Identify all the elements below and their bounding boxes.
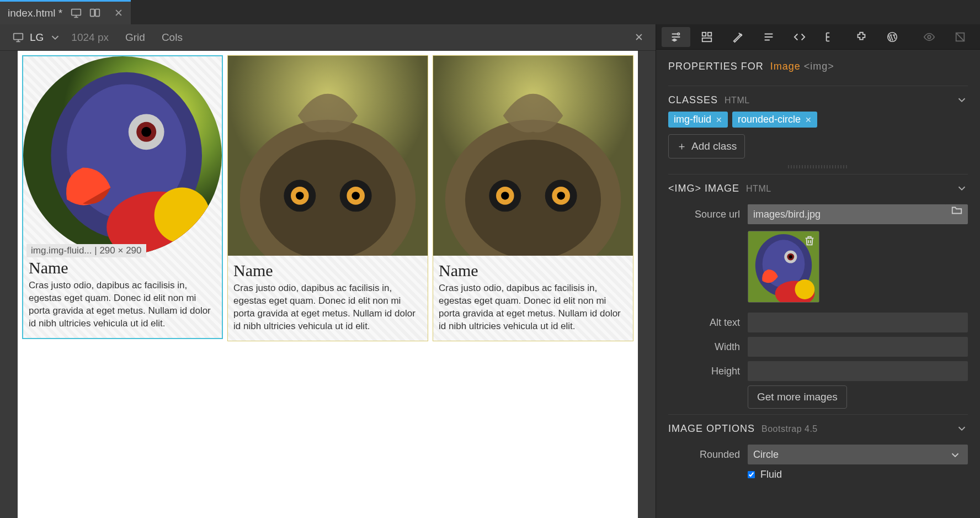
device-icon <box>12 31 24 44</box>
fluid-label: Fluid <box>760 469 782 480</box>
svg-point-43 <box>789 255 792 258</box>
chevron-down-icon <box>49 31 61 44</box>
svg-point-30 <box>678 33 680 35</box>
rounded-select[interactable]: Circle <box>748 445 968 464</box>
rounded-label: Rounded <box>668 449 740 461</box>
src-input[interactable] <box>748 204 946 224</box>
card-heading[interactable]: Name <box>23 255 222 279</box>
card-image[interactable] <box>23 56 222 255</box>
card-body[interactable]: Cras justo odio, dapibus ac facilisis in… <box>433 282 633 341</box>
plus-icon: ＋ <box>677 139 687 154</box>
svg-rect-33 <box>708 32 711 35</box>
height-input[interactable] <box>748 361 968 381</box>
svg-rect-0 <box>72 9 81 15</box>
svg-rect-2 <box>95 9 99 16</box>
svg-point-20 <box>351 192 359 199</box>
get-more-images-button[interactable]: Get more images <box>748 385 847 409</box>
tab-style-icon[interactable] <box>723 27 752 47</box>
src-label: Source url <box>668 209 740 220</box>
device-desktop-icon[interactable] <box>70 7 82 19</box>
svg-point-36 <box>928 35 931 39</box>
panel-resize-grip[interactable] <box>788 165 848 168</box>
add-class-button[interactable]: ＋Add class <box>668 134 745 158</box>
tab-attributes-icon[interactable] <box>754 27 783 47</box>
svg-point-14 <box>260 140 396 256</box>
svg-point-45 <box>795 279 814 299</box>
chevron-down-icon <box>956 182 968 194</box>
class-pills: img-fluid✕ rounded-circle✕ <box>668 112 968 128</box>
canvas[interactable]: img.img-fluid... | 290 × 290 Name Cras j… <box>18 51 638 518</box>
section-classes[interactable]: CLASSES HTML <box>668 86 968 112</box>
svg-point-29 <box>557 192 564 199</box>
card-heading[interactable]: Name <box>433 258 633 282</box>
file-tabs: index.html * ✕ <box>0 0 980 24</box>
svg-rect-32 <box>702 32 706 35</box>
device-split-icon[interactable] <box>89 7 101 19</box>
column-card[interactable]: img.img-fluid... | 290 × 290 Name Cras j… <box>22 55 223 339</box>
chevron-down-icon <box>956 94 968 106</box>
breakpoint-selector[interactable]: LG 1024 px <box>12 31 109 44</box>
column-card[interactable]: Name Cras justo odio, dapibus ac facilis… <box>433 55 633 341</box>
panel-tabs <box>656 24 980 50</box>
card-body[interactable]: Cras justo odio, dapibus ac facilisis in… <box>23 279 222 338</box>
panel-title: PROPERTIES FOR Image <img> <box>668 57 968 80</box>
breakpoint-label: LG <box>30 31 44 44</box>
tab-expand-icon[interactable] <box>946 27 974 47</box>
alt-input[interactable] <box>748 313 968 332</box>
svg-point-11 <box>155 188 210 244</box>
card-image[interactable] <box>433 56 633 258</box>
tab-visibility-icon[interactable] <box>915 27 944 47</box>
toolbar-grid[interactable]: Grid <box>125 31 145 44</box>
tab-code-icon[interactable] <box>785 27 814 47</box>
selection-badge: img.img-fluid... | 290 × 290 <box>26 244 146 257</box>
width-label: Width <box>668 341 740 353</box>
file-tab-index[interactable]: index.html * ✕ <box>0 0 131 24</box>
class-pill[interactable]: rounded-circle✕ <box>732 112 817 128</box>
class-pill[interactable]: img-fluid✕ <box>668 112 728 128</box>
svg-point-23 <box>465 140 601 256</box>
tab-layout-icon[interactable] <box>693 27 721 47</box>
tab-wordpress-icon[interactable] <box>878 27 907 47</box>
close-tab-icon[interactable]: ✕ <box>114 7 123 19</box>
chevron-down-icon <box>956 422 968 435</box>
svg-rect-1 <box>90 9 94 16</box>
breakpoint-px: 1024 px <box>71 31 109 44</box>
section-image-options[interactable]: IMAGE OPTIONS Bootstrap 4.5 <box>668 414 968 440</box>
svg-point-26 <box>501 192 509 199</box>
svg-rect-34 <box>702 38 712 41</box>
trash-icon[interactable] <box>803 235 816 247</box>
height-label: Height <box>668 366 740 377</box>
remove-class-icon[interactable]: ✕ <box>805 115 812 124</box>
toolbar-cols[interactable]: Cols <box>162 31 183 44</box>
fluid-checkbox[interactable] <box>748 471 755 478</box>
close-preview-icon[interactable]: ✕ <box>635 31 643 44</box>
card-body[interactable]: Cras justo odio, dapibus ac facilisis in… <box>228 282 428 341</box>
svg-rect-3 <box>14 33 23 39</box>
file-tab-title: index.html * <box>8 7 62 19</box>
column-card[interactable]: Name Cras justo odio, dapibus ac facilis… <box>227 55 428 341</box>
folder-icon[interactable] <box>946 204 968 216</box>
section-image[interactable]: <IMG> IMAGE HTML <box>668 174 968 200</box>
editor-toolbar: LG 1024 px Grid Cols ✕ <box>0 24 656 51</box>
card-image[interactable] <box>228 56 428 258</box>
alt-label: Alt text <box>668 317 740 329</box>
image-thumbnail[interactable] <box>748 231 819 303</box>
tab-components-icon[interactable] <box>847 27 876 47</box>
card-heading[interactable]: Name <box>228 258 428 282</box>
editor-pane: LG 1024 px Grid Cols ✕ <box>0 24 656 518</box>
remove-class-icon[interactable]: ✕ <box>716 115 722 124</box>
width-input[interactable] <box>748 337 968 357</box>
properties-panel: PROPERTIES FOR Image <img> CLASSES HTML … <box>656 24 980 518</box>
svg-point-9 <box>141 127 151 137</box>
tab-tree-icon[interactable] <box>816 27 845 47</box>
tab-properties-icon[interactable] <box>662 27 690 47</box>
svg-point-17 <box>296 192 303 199</box>
